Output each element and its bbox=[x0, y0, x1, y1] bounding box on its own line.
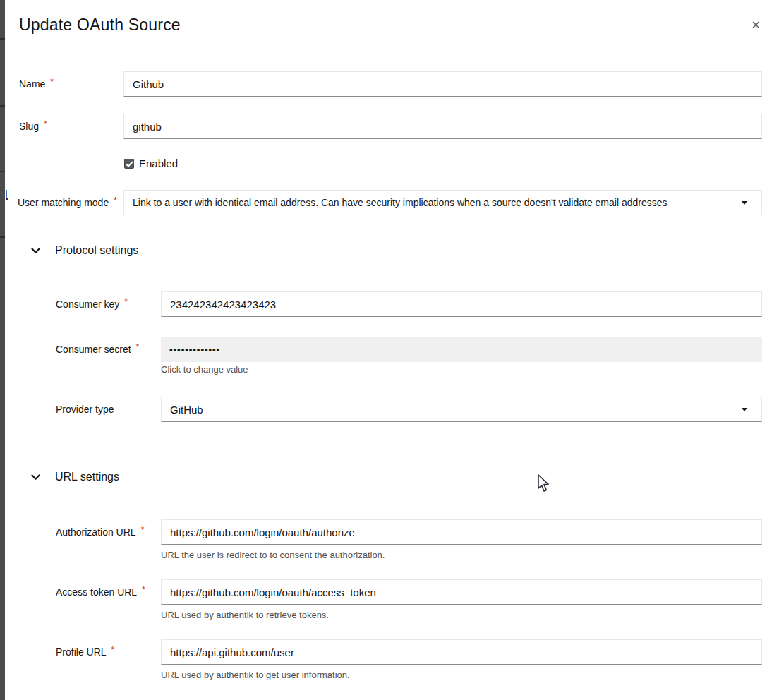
background-focus-artifact bbox=[6, 198, 8, 200]
required-asterisk: * bbox=[124, 297, 128, 307]
update-oauth-source-modal: Update OAuth Source ✕ Name* Slug* Enable… bbox=[0, 0, 779, 700]
profile-url-helper: URL used by authentik to get user inform… bbox=[161, 670, 350, 680]
access-token-url-input[interactable] bbox=[161, 579, 762, 605]
access-token-url-label: Access token URL* bbox=[56, 579, 145, 605]
slug-label-text: Slug bbox=[19, 121, 39, 132]
slug-label: Slug* bbox=[19, 114, 47, 140]
background-sidebar-sliver bbox=[0, 0, 5, 700]
required-asterisk: * bbox=[44, 119, 47, 129]
required-asterisk: * bbox=[111, 645, 115, 655]
divider bbox=[0, 38, 5, 40]
enabled-checkbox[interactable] bbox=[124, 159, 134, 169]
consumer-key-input[interactable] bbox=[161, 291, 762, 317]
profile-url-label: Profile URL* bbox=[56, 639, 114, 665]
slug-input[interactable] bbox=[123, 114, 762, 139]
divider bbox=[0, 236, 5, 238]
chevron-down-icon bbox=[31, 248, 40, 254]
masked-secret-dots: ••••••••••••• bbox=[169, 344, 220, 355]
authorization-url-label-text: Authorization URL bbox=[56, 526, 136, 538]
divider bbox=[0, 105, 5, 107]
chevron-down-icon bbox=[31, 474, 40, 481]
consumer-key-label: Consumer key* bbox=[56, 291, 128, 318]
provider-type-label: Provider type bbox=[56, 397, 114, 422]
mouse-cursor-icon bbox=[537, 474, 551, 493]
consumer-secret-label-text: Consumer secret bbox=[56, 344, 131, 355]
required-asterisk: * bbox=[142, 585, 145, 595]
user-matching-mode-label-text: User matching mode bbox=[18, 197, 109, 208]
section-protocol-settings[interactable]: Protocol settings bbox=[31, 244, 138, 257]
access-token-url-helper: URL used by authentik to retrieve tokens… bbox=[161, 610, 329, 620]
provider-type-value: GitHub bbox=[170, 404, 736, 416]
name-input[interactable] bbox=[123, 71, 762, 97]
authorization-url-input[interactable] bbox=[161, 519, 762, 545]
user-matching-mode-label: User matching mode* bbox=[18, 190, 117, 216]
chevron-down-icon bbox=[742, 408, 747, 411]
authorization-url-label: Authorization URL* bbox=[56, 519, 144, 545]
user-matching-mode-value: Link to a user with identical email addr… bbox=[133, 197, 736, 208]
profile-url-label-text: Profile URL bbox=[56, 646, 107, 658]
name-label: Name* bbox=[19, 71, 54, 97]
section-url-settings[interactable]: URL settings bbox=[31, 471, 119, 483]
required-asterisk: * bbox=[141, 525, 145, 535]
consumer-secret-helper[interactable]: Click to change value bbox=[161, 364, 248, 375]
required-asterisk: * bbox=[114, 195, 117, 205]
divider bbox=[0, 171, 5, 172]
checkmark-icon bbox=[126, 161, 133, 167]
name-label-text: Name bbox=[19, 78, 45, 90]
required-asterisk: * bbox=[50, 77, 54, 87]
required-asterisk: * bbox=[136, 342, 140, 352]
section-title: Protocol settings bbox=[55, 244, 138, 257]
user-matching-mode-select[interactable]: Link to a user with identical email addr… bbox=[123, 190, 762, 215]
section-title: URL settings bbox=[55, 471, 119, 483]
close-icon[interactable]: ✕ bbox=[751, 20, 761, 31]
authorization-url-helper: URL the user is redirect to to consent t… bbox=[161, 550, 385, 560]
access-token-url-label-text: Access token URL bbox=[56, 586, 137, 598]
page-title: Update OAuth Source bbox=[19, 16, 181, 35]
profile-url-input[interactable] bbox=[161, 639, 762, 665]
enabled-label: Enabled bbox=[139, 157, 178, 170]
consumer-secret-masked-field[interactable]: ••••••••••••• bbox=[161, 337, 762, 362]
chevron-down-icon bbox=[742, 201, 747, 205]
provider-type-select[interactable]: GitHub bbox=[161, 397, 762, 422]
consumer-key-label-text: Consumer key bbox=[56, 298, 119, 310]
consumer-secret-label: Consumer secret* bbox=[56, 337, 139, 363]
